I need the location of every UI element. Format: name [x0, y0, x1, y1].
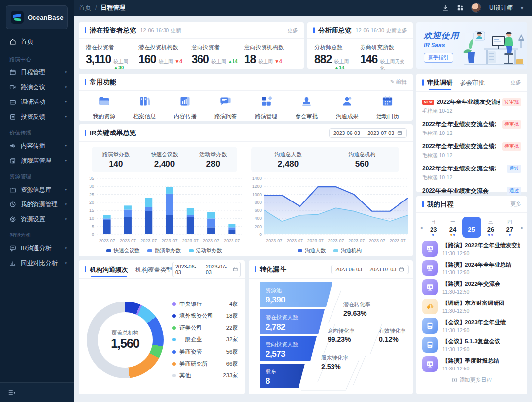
sidebar-item-label: 调研活动 — [21, 98, 45, 106]
user-avatar[interactable] — [471, 3, 481, 13]
sidebar-item-label: 内容传播 — [21, 142, 45, 150]
delta-up: ▲14 — [334, 65, 344, 70]
tab[interactable]: 机构沟通频次 — [90, 266, 128, 278]
chevron-down-icon: ▾ — [65, 158, 67, 163]
function-label: 活动日历 — [376, 113, 399, 120]
svg-text:99.23%: 99.23% — [328, 335, 351, 343]
apps-grid-icon[interactable] — [457, 4, 464, 11]
svg-text:意向投资人数: 意向投资人数 — [266, 341, 298, 347]
edit-link[interactable]: ✎ 编辑 — [390, 78, 407, 86]
function-label: 参会审批 — [295, 113, 318, 120]
chevron-down-icon[interactable]: ▾ — [521, 5, 523, 11]
bar-chart: 051015202530352023-072023-072023-072023-… — [83, 174, 245, 247]
schedule-item[interactable]: 【路演】2022年交流会11:30-12:50 — [422, 279, 521, 295]
function-item[interactable]: 路演管理 — [246, 95, 286, 120]
megaphone-icon — [9, 142, 16, 149]
sidebar-item[interactable]: 内容传播▾ — [0, 138, 74, 153]
date-range-picker[interactable]: 2023-06-03 - 2023-07-03 — [331, 265, 409, 274]
donut-legend-item: 其他233家 — [172, 372, 238, 379]
sidebar-item[interactable]: 旗舰店管理▾ — [0, 153, 74, 168]
function-item[interactable]: 档案信息 — [124, 95, 165, 120]
video-icon — [9, 84, 16, 91]
updated-at: 12-06 16:30 更新 — [140, 27, 182, 34]
calendar-day[interactable]: 一24 — [443, 217, 463, 238]
status-badge: 通过 — [507, 165, 521, 173]
function-label: 沟通成果 — [336, 113, 359, 120]
add-schedule-button[interactable]: 添加更多日程 — [416, 372, 527, 384]
more-link[interactable]: 更多 — [510, 79, 521, 86]
svg-text:2023-07: 2023-07 — [140, 238, 157, 243]
svg-text:股东转化率: 股东转化率 — [321, 355, 348, 361]
user-name[interactable]: UI设计师 — [489, 4, 513, 12]
date-range-picker[interactable]: 2023-06-03 - 2023-07-03 — [172, 262, 241, 277]
calendar-day[interactable]: 日23 — [424, 217, 443, 238]
sidebar-item-label: 我的资源管理 — [21, 201, 58, 209]
svg-text:2023-07: 2023-07 — [203, 238, 219, 243]
calendar-day[interactable]: 三26 — [481, 217, 500, 238]
ir-stat: 快速会议数2,400 — [140, 151, 189, 169]
calendar-day[interactable]: 二25 — [462, 217, 481, 238]
sidebar-item[interactable]: 调研活动▾ — [0, 95, 74, 109]
sidebar-item[interactable]: 投资反馈▾ — [0, 109, 74, 124]
schedule-item[interactable]: 【路演】季度财报总结11:30-12:50 — [422, 356, 521, 372]
collapse-sidebar-icon[interactable] — [8, 389, 16, 396]
sidebar-item[interactable]: 日程管理▾ — [0, 65, 74, 80]
function-item[interactable]: 路演问答 — [205, 95, 246, 120]
sidebar: OceanBase 首页 路演中心日程管理▾路演会议▾调研活动▾投资反馈▾价值传… — [0, 0, 74, 402]
sidebar-item-home[interactable]: 首页 — [0, 32, 74, 51]
function-item[interactable]: 我的资源 — [84, 95, 124, 120]
stat-value: 882 — [314, 53, 332, 66]
more-link[interactable]: 更多 — [510, 201, 521, 208]
analyst-overview-card: 分析师总览 12-06 16:30 更新 更多 分析师总数882较上周 ▲14券… — [307, 22, 413, 69]
calendar-day[interactable]: 四27 — [500, 217, 519, 238]
function-item[interactable]: 活动日历 — [367, 95, 408, 120]
sidebar-item[interactable]: 路演会议▾ — [0, 80, 74, 95]
more-link[interactable]: 更多 — [287, 27, 298, 34]
svg-text:2,573: 2,573 — [266, 349, 285, 359]
tab[interactable]: 参会审批 — [460, 79, 485, 91]
svg-text:10: 10 — [89, 216, 94, 221]
tab[interactable]: 审批调研 — [427, 78, 453, 91]
sidebar-item[interactable]: 我的资源管理▾ — [0, 197, 74, 212]
sidebar-item[interactable]: 资源信息库▾ — [0, 182, 74, 197]
calendar-prev-icon[interactable]: ◂ — [418, 225, 424, 230]
schedule-item[interactable]: 【路演】2022年全年业绩发交流会11:30-12:50 — [422, 241, 521, 257]
breadcrumb-home[interactable]: 首页 — [79, 4, 91, 12]
donut-legend-item: 境外投资公司18家 — [172, 312, 238, 320]
sidebar-item[interactable]: 同业对比分析▾ — [0, 256, 74, 270]
function-item[interactable]: 沟通成果 — [327, 95, 367, 120]
function-item[interactable]: 参会审批 — [286, 95, 327, 120]
approval-item[interactable]: 2022年全年业绩发交流会绩发待审批毛梓涵 10-12 — [422, 118, 521, 140]
approval-item[interactable]: 2022年全年业绩发交流会绩发待审批毛梓涵 10-12 — [422, 140, 521, 162]
download-icon[interactable] — [442, 4, 449, 11]
donut-legend-item: 券商资管56家 — [172, 348, 238, 356]
meeting-icon — [422, 318, 438, 334]
approval-item[interactable]: 2022年全年业绩发交流会绩发通过毛梓涵 10-12 — [422, 162, 521, 184]
sidebar-item-label: 资源信息库 — [21, 186, 52, 194]
ir-left-stats: 路演举办数140快速会议数2,400活动举办数280 — [92, 147, 237, 172]
calendar-next-icon[interactable]: ▸ — [519, 225, 525, 230]
welcome-subtitle: IR Saas — [424, 42, 445, 49]
svg-text:8: 8 — [266, 376, 270, 386]
meeting-icon — [422, 337, 438, 353]
svg-text:2023-07: 2023-07 — [120, 238, 136, 243]
schedule-item[interactable]: 【调研】东方财富调研团11:30-12:50 — [422, 299, 521, 314]
stat-value: 360 — [192, 53, 209, 66]
logo[interactable]: OceanBase — [6, 5, 68, 29]
function-item[interactable]: 内容传播 — [165, 95, 205, 120]
sidebar-item[interactable]: IR沟通分析▾ — [0, 241, 74, 256]
approval-meta: 毛梓涵 10-12 — [422, 152, 521, 159]
date-range-picker[interactable]: 2023-06-03 - 2023-07-03 — [329, 128, 407, 138]
stat: 意向投资者360较上周 ▲14 — [192, 44, 244, 70]
guide-button[interactable]: 新手指引 — [424, 53, 453, 63]
title-accent — [85, 130, 86, 136]
schedule-item[interactable]: 【会议】5.1.3复盘会议11:30-12:50 — [422, 337, 521, 353]
sidebar-item[interactable]: 资源设置▾ — [0, 212, 74, 227]
more-link[interactable]: 更多 — [397, 27, 407, 34]
schedule-item[interactable]: 【路演】2024年全年业总结11:30-12:50 — [422, 260, 521, 276]
tab[interactable]: 机构覆盖类型 — [135, 266, 172, 278]
approval-item[interactable]: NEW2022年全年业绩发交流会绩...待审批毛梓涵 10-12 — [422, 96, 521, 118]
schedule-item[interactable]: 【会议】2023年全年业绩11:30-12:50 — [422, 318, 521, 334]
svg-text:2.53%: 2.53% — [321, 363, 341, 370]
svg-text:2023-07: 2023-07 — [390, 238, 406, 243]
